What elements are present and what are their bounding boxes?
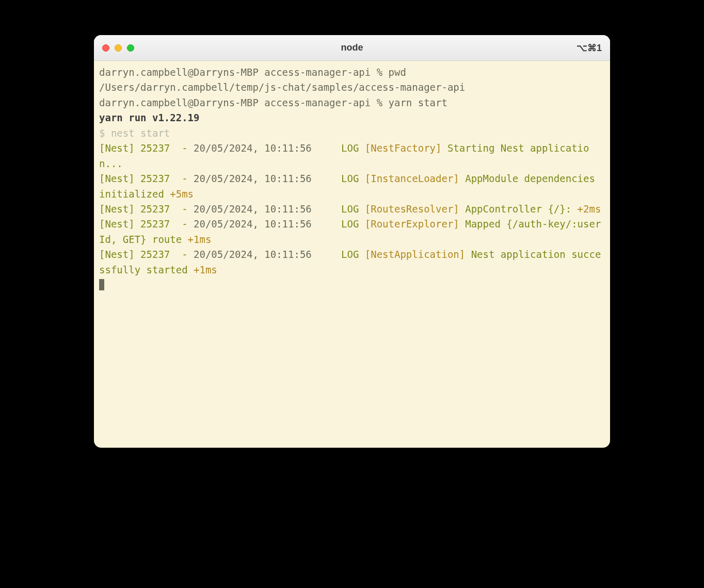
log-line: [Nest] 25237 - 20/05/2024, 10:11:56 LOG … [99,202,605,217]
log-date: 20/05/2024, 10:11:56 [194,203,317,215]
log-line: [Nest] 25237 - 20/05/2024, 10:11:56 LOG … [99,217,605,247]
nest-pid: [Nest] 25237 - [99,142,194,154]
log-level: LOG [317,173,365,184]
log-line: [Nest] 25237 - 20/05/2024, 10:11:56 LOG … [99,171,605,202]
log-context: [NestFactory] [365,142,447,154]
command-text: yarn start [389,97,447,108]
log-time: +1ms [188,234,212,245]
terminal-line: yarn run v1.22.19 [99,110,605,125]
close-icon[interactable] [102,44,109,52]
log-line: [Nest] 25237 - 20/05/2024, 10:11:56 LOG … [99,141,605,171]
traffic-lights [102,44,134,52]
log-line: [Nest] 25237 - 20/05/2024, 10:11:56 LOG … [99,247,605,277]
minimize-icon[interactable] [115,44,122,52]
log-context: [RouterExplorer] [365,218,465,230]
log-time: +1ms [194,264,217,275]
log-date: 20/05/2024, 10:11:56 [194,173,317,184]
exec-prefix: $ [99,127,111,139]
terminal-body[interactable]: darryn.campbell@Darryns-MBP access-manag… [94,61,610,448]
nest-pid: [Nest] 25237 - [99,249,194,260]
log-level: LOG [317,249,365,260]
shell-prompt: darryn.campbell@Darryns-MBP access-manag… [99,97,389,108]
log-level: LOG [317,142,365,154]
command-text: pwd [389,67,406,78]
terminal-line: /Users/darryn.campbell/temp/js-chat/samp… [99,80,605,95]
log-level: LOG [317,218,365,230]
nest-pid: [Nest] 25237 - [99,203,194,215]
log-level: LOG [317,203,365,215]
cursor-line [99,277,605,292]
terminal-line: darryn.campbell@Darryns-MBP access-manag… [99,65,605,80]
log-time: +2ms [578,203,601,215]
log-message: AppController {/}: [465,203,577,215]
log-context: [RoutesResolver] [365,203,465,215]
maximize-icon[interactable] [127,44,134,52]
log-date: 20/05/2024, 10:11:56 [194,218,317,230]
window-shortcut: ⌥⌘1 [577,42,602,54]
terminal-window: node ⌥⌘1 darryn.campbell@Darryns-MBP acc… [94,35,610,448]
titlebar[interactable]: node ⌥⌘1 [94,35,610,61]
log-context: [InstanceLoader] [365,173,465,184]
log-date: 20/05/2024, 10:11:56 [194,249,317,260]
log-time: +5ms [170,188,194,200]
terminal-line: darryn.campbell@Darryns-MBP access-manag… [99,95,605,110]
cursor-icon [99,279,104,290]
window-title: node [341,42,363,53]
log-context: [NestApplication] [365,249,471,260]
terminal-line: $ nest start [99,126,605,141]
nest-pid: [Nest] 25237 - [99,173,194,184]
shell-prompt: darryn.campbell@Darryns-MBP access-manag… [99,67,389,78]
log-date: 20/05/2024, 10:11:56 [194,142,317,154]
exec-command: nest start [111,127,170,139]
nest-pid: [Nest] 25237 - [99,218,194,230]
